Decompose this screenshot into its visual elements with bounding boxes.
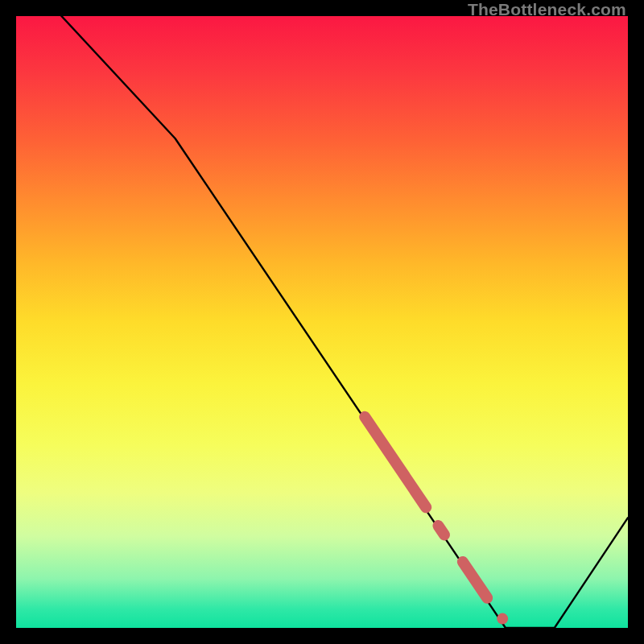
- chart-overlay: [16, 16, 628, 628]
- chart-frame: TheBottleneck.com: [0, 0, 644, 644]
- highlight-segment: [365, 417, 426, 507]
- bottleneck-curve: [16, 0, 628, 628]
- highlight-point: [497, 613, 508, 625]
- highlight-segment: [438, 526, 444, 535]
- highlighted-range: [365, 417, 487, 598]
- highlighted-points: [497, 613, 508, 625]
- highlight-segment: [463, 562, 487, 598]
